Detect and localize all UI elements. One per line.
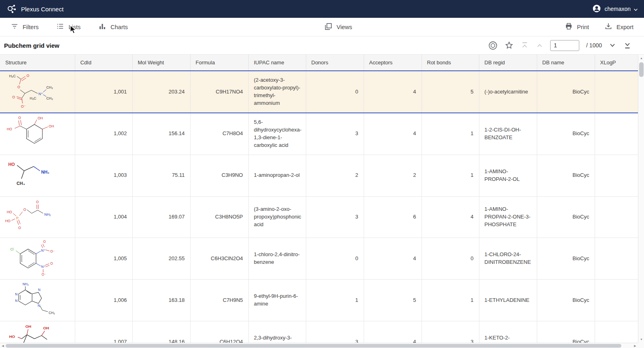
cell-db-regid: 1-AMINO-PROPAN-2-OL	[479, 155, 537, 196]
cell-db-name: BioCyc	[537, 71, 595, 113]
column-header-db-regid[interactable]: DB regid	[479, 55, 537, 71]
column-header-cdid[interactable]: CdId	[75, 55, 132, 71]
export-button[interactable]: Export	[604, 22, 633, 32]
svg-text:CH₃: CH₃	[47, 96, 53, 100]
svg-text:HO: HO	[8, 162, 15, 167]
horizontal-scrollbar[interactable]: ◀ ▶	[0, 343, 638, 348]
cell-iupac: (2-acetoxy-3-carboxylato-propyl)-trimeth…	[248, 71, 306, 113]
cell-acceptors: 5	[364, 280, 422, 321]
previous-page-icon[interactable]	[535, 41, 544, 50]
cell-cdid: 1,007	[75, 321, 132, 343]
column-header-donors[interactable]: Donors	[306, 55, 364, 71]
svg-text:O: O	[43, 240, 46, 244]
cell-rot-bonds: 1	[422, 113, 479, 155]
column-header-structure[interactable]: Structure	[0, 55, 75, 71]
cell-mol-weight: 156.14	[132, 113, 190, 155]
svg-text:NH₂: NH₂	[41, 170, 50, 174]
svg-text:HO: HO	[9, 334, 15, 339]
structure-filter-icon[interactable]	[488, 40, 498, 51]
cell-iupac: 1-chloro-2,4-dinitro-benzene	[248, 238, 306, 280]
filters-label: Filters	[23, 24, 38, 30]
cell-iupac: 1-aminopropan-2-ol	[248, 155, 306, 196]
structure-image: HO NH₂ CH₃	[0, 155, 75, 196]
column-header-mol-weight[interactable]: Mol Weight	[132, 55, 190, 71]
scroll-down-arrow[interactable]: ▼	[638, 337, 644, 342]
svg-text:O: O	[23, 208, 26, 212]
charts-button[interactable]: Charts	[98, 22, 128, 32]
first-page-icon[interactable]	[520, 41, 529, 50]
main-toolbar: Filters Lists Charts	[0, 18, 644, 36]
cell-formula: C3H8NO5P	[190, 196, 248, 238]
svg-text:O: O	[36, 199, 39, 204]
cell-cdid: 1,004	[75, 196, 132, 238]
structure-image: OH OH HO H₃C	[0, 321, 75, 343]
cell-donors: 3	[306, 321, 364, 343]
table-row[interactable]: H₃C O O N⁺ CH₃	[0, 71, 638, 113]
cell-mol-weight: 169.07	[132, 196, 190, 238]
filter-icon	[11, 22, 19, 32]
table-row[interactable]: HO HO P O O	[0, 196, 638, 238]
svg-text:OH: OH	[43, 326, 49, 330]
scrollbar-corner	[638, 343, 644, 348]
pagination-controls: / 1000	[488, 40, 632, 51]
lists-label: Lists	[68, 24, 80, 30]
last-page-icon[interactable]	[623, 41, 632, 50]
svg-text:HO: HO	[5, 219, 11, 223]
vertical-scroll-thumb[interactable]	[639, 62, 644, 77]
column-header-db-name[interactable]: DB name	[537, 55, 595, 71]
column-header-acceptors[interactable]: Acceptors	[364, 55, 422, 71]
download-icon	[604, 22, 612, 32]
cell-acceptors: 4	[364, 113, 422, 155]
structure-image: H₃C O O N⁺ CH₃	[0, 71, 75, 113]
plexus-logo-icon	[6, 3, 17, 15]
cell-iupac: 9-ethyl-9H-purin-6-amine	[248, 280, 306, 321]
column-header-formula[interactable]: Formula	[190, 55, 248, 71]
svg-text:O: O	[18, 116, 21, 120]
horizontal-scroll-thumb[interactable]	[6, 344, 621, 348]
table-row[interactable]: Cl N⁺ O O⁻ N⁺ O	[0, 238, 638, 280]
structure-image: NH₂ N N N N CH₃	[0, 280, 75, 321]
cell-rot-bonds: 5	[422, 71, 479, 113]
table-row[interactable]: OH OH HO H₃C	[0, 321, 638, 343]
page-number-input[interactable]	[550, 40, 579, 51]
lists-button[interactable]: Lists	[56, 22, 80, 32]
scroll-up-arrow[interactable]: ▲	[638, 56, 644, 61]
cell-rot-bonds: 3	[422, 321, 479, 343]
star-icon[interactable]	[504, 40, 514, 51]
table-row[interactable]: NH₂ N N N N CH₃	[0, 280, 638, 321]
brand: Plexus Connect	[6, 3, 64, 15]
cell-cdid: 1,001	[75, 71, 132, 113]
svg-text:N: N	[15, 292, 17, 296]
print-label: Print	[577, 24, 589, 30]
cell-iupac: 2,3-dihydroxy-3-methyl-pentanoic	[248, 321, 306, 343]
svg-text:O: O	[27, 74, 30, 78]
cell-acceptors: 6	[364, 196, 422, 238]
next-page-icon[interactable]	[608, 41, 617, 50]
views-button[interactable]: Views	[324, 22, 352, 32]
cell-cdid: 1,006	[75, 280, 132, 321]
print-button[interactable]: Print	[565, 22, 589, 32]
table-row[interactable]: HO NH₂ CH₃ 1,003 75.11 C3H9NO 1-aminopro…	[0, 155, 638, 196]
svg-text:HO: HO	[7, 210, 12, 214]
cell-donors: 0	[306, 238, 364, 280]
table-row[interactable]: OH OH O HO 1,002 156.14 C7H8O	[0, 113, 638, 155]
structure-image: HO HO P O O	[0, 196, 75, 238]
cell-mol-weight: 75.11	[132, 155, 190, 196]
filters-button[interactable]: Filters	[11, 22, 38, 32]
svg-text:CH₃: CH₃	[49, 311, 55, 315]
scroll-right-arrow[interactable]: ▶	[632, 343, 638, 348]
cell-formula: C9H17NO4	[190, 71, 248, 113]
scroll-left-arrow[interactable]: ◀	[0, 343, 6, 348]
vertical-scrollbar[interactable]: ▲ ▼	[638, 55, 644, 343]
user-menu[interactable]: chemaxon	[592, 4, 638, 14]
cell-formula: C3H9NO	[190, 155, 248, 196]
cell-xlogp	[595, 238, 638, 280]
cell-donors: 3	[306, 113, 364, 155]
svg-text:P: P	[16, 216, 19, 220]
column-header-iupac[interactable]: IUPAC name	[248, 55, 306, 71]
bar-chart-icon	[98, 22, 106, 32]
structure-image: Cl N⁺ O O⁻ N⁺ O	[0, 238, 75, 280]
column-header-xlogp[interactable]: XLogP	[595, 55, 638, 71]
column-header-rot-bonds[interactable]: Rot bonds	[422, 55, 479, 71]
views-icon	[324, 22, 333, 32]
